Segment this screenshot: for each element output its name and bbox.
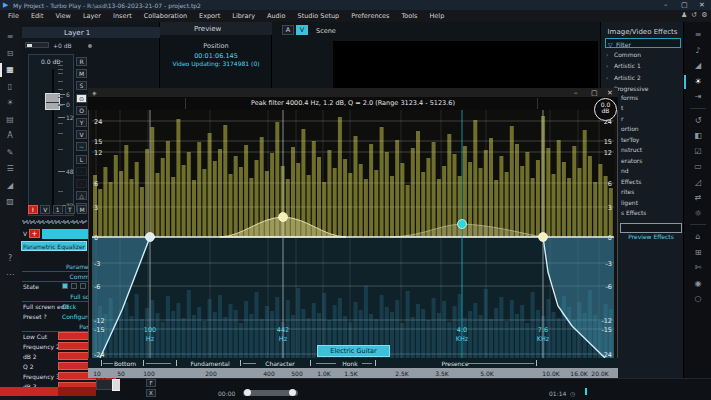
- menu-item-help[interactable]: Help: [429, 12, 444, 20]
- eq-dialog-minimize[interactable]: –: [574, 89, 578, 97]
- close-timeline-button[interactable]: X: [146, 389, 156, 397]
- arrow-icon[interactable]: ⇥: [688, 90, 708, 104]
- fader-handle[interactable]: [45, 93, 60, 110]
- more-icon[interactable]: ⋯: [0, 268, 20, 282]
- parametric-equalizer-chip[interactable]: Parametric Equalizer: [21, 241, 87, 251]
- fader-track[interactable]: [52, 69, 54, 211]
- effects-category-partial[interactable]: terToy: [621, 136, 639, 143]
- settings-icon[interactable]: ⚙: [701, 11, 707, 19]
- menu-item-studio-setup[interactable]: Studio Setup: [298, 12, 340, 20]
- contrast-icon[interactable]: ◧: [688, 129, 708, 143]
- sun-icon[interactable]: ☼: [688, 207, 708, 221]
- effects-category-common[interactable]: Common: [614, 51, 641, 58]
- pan-knob[interactable]: [88, 44, 92, 48]
- effects-category-progressive[interactable]: Progressive: [614, 85, 649, 92]
- eq-band-handle[interactable]: [539, 233, 548, 242]
- sync-icon[interactable]: ↺: [691, 11, 697, 19]
- menu-item-edit[interactable]: Edit: [31, 12, 44, 20]
- library-icon[interactable]: ▤: [0, 113, 20, 127]
- help-icon[interactable]: ?: [0, 252, 20, 266]
- pen-icon[interactable]: ✎: [0, 146, 20, 160]
- list-icon[interactable]: ☰: [0, 162, 20, 176]
- channel-button-y[interactable]: Y: [76, 118, 87, 127]
- music-icon[interactable]: ♪: [688, 44, 708, 58]
- checkbox-icon[interactable]: ☑: [688, 145, 708, 159]
- menu-item-tools[interactable]: Tools: [401, 12, 417, 20]
- eye-icon[interactable]: ⊙: [76, 94, 87, 103]
- eq-spectrum-plot[interactable]: 100Hz442Hz4.0KHz7.6KHz242415151212663300…: [92, 110, 614, 358]
- cut-icon[interactable]: ✄: [688, 261, 708, 275]
- prop-action-link[interactable]: Configure: [62, 313, 91, 320]
- layer-header[interactable]: Layer 1: [22, 27, 160, 38]
- channel-button-m[interactable]: M: [76, 69, 87, 78]
- channel-button-·[interactable]: ·: [76, 167, 87, 176]
- text-icon[interactable]: A: [0, 129, 20, 143]
- grid-icon[interactable]: ▦: [0, 63, 20, 77]
- comment-icon[interactable]: ▭: [688, 160, 708, 174]
- effects-category-partial[interactable]: nd: [621, 167, 629, 174]
- effects-category-artistic-1[interactable]: Artistic 1: [614, 62, 641, 69]
- trim-slider-handle[interactable]: [27, 44, 32, 47]
- timeline-scrollbar[interactable]: [243, 390, 298, 396]
- preview-effects-button[interactable]: Preview Effects: [620, 223, 682, 233]
- circle-icon[interactable]: ○: [688, 292, 708, 306]
- menu-item-preferences[interactable]: Preferences: [351, 12, 389, 20]
- brightness-icon[interactable]: ☀: [0, 96, 20, 110]
- home-icon[interactable]: ⌂: [688, 230, 708, 244]
- menu-item-export[interactable]: Export: [199, 12, 220, 20]
- scrollbar-left-handle[interactable]: [244, 389, 251, 396]
- window-minimize-button[interactable]: –: [664, 1, 668, 9]
- effects-category-partial[interactable]: ortion: [621, 125, 639, 132]
- channel-button-·[interactable]: ·: [76, 179, 87, 188]
- window-close-button[interactable]: ✕: [699, 1, 705, 9]
- levels-icon[interactable]: ◢: [0, 179, 20, 193]
- effect-mix-bar[interactable]: [0, 387, 96, 396]
- scene-tab[interactable]: Scene: [316, 27, 336, 35]
- channel-button-s[interactable]: S: [76, 81, 87, 90]
- menu-item-audio[interactable]: Audio: [267, 12, 285, 20]
- menu-icon[interactable]: ≡: [0, 30, 20, 44]
- track-button-i[interactable]: I: [28, 205, 38, 214]
- effects-category-artistic-2[interactable]: Artistic 2: [614, 74, 641, 81]
- effects-category-partial[interactable]: Effects: [621, 178, 641, 185]
- effects-category-partial[interactable]: rites: [621, 188, 634, 195]
- menu-item-library[interactable]: Library: [232, 12, 255, 20]
- effects-filter-input[interactable]: ▽ Filter: [605, 38, 681, 48]
- add-effect-button[interactable]: +: [29, 229, 40, 238]
- effects-category-partial[interactable]: t: [621, 104, 623, 111]
- eq-dialog-close[interactable]: ✕: [607, 89, 613, 97]
- instrument-preset-chip[interactable]: Electric Guitar: [317, 345, 390, 357]
- account-icon[interactable]: ♟: [681, 11, 687, 19]
- effects-category-partial[interactable]: erators: [621, 157, 642, 164]
- window-maximize-button[interactable]: ▢: [681, 1, 688, 9]
- corner-icon[interactable]: ◿: [688, 176, 708, 190]
- audio-tab-button[interactable]: A: [282, 25, 294, 35]
- scrollbar-right-handle[interactable]: [289, 389, 296, 396]
- track-button-1[interactable]: 1: [53, 205, 63, 214]
- channel-button-o[interactable]: O: [76, 106, 87, 115]
- prop-action-link[interactable]: Click: [62, 303, 76, 310]
- track-button-v[interactable]: V: [40, 205, 50, 214]
- state-checkbox-2[interactable]: [80, 283, 86, 289]
- media-icon[interactable]: ▨: [0, 195, 20, 209]
- fit-button[interactable]: F: [146, 379, 156, 387]
- channel-button-△[interactable]: △: [76, 191, 87, 200]
- channel-button-l[interactable]: L: [76, 155, 87, 164]
- levels-icon[interactable]: ◢: [688, 59, 708, 73]
- document-icon[interactable]: ▯: [0, 80, 20, 94]
- effects-icon[interactable]: ☀: [688, 75, 708, 89]
- record-icon[interactable]: ◉: [688, 277, 708, 291]
- swap-icon[interactable]: ⇄: [688, 191, 708, 205]
- menu-item-insert[interactable]: Insert: [113, 12, 132, 20]
- menu-item-layer[interactable]: Layer: [83, 12, 101, 20]
- eq-band-handle[interactable]: [458, 220, 467, 229]
- eq-band-handle[interactable]: [146, 233, 155, 242]
- eq-dialog-maximize[interactable]: ▢: [591, 89, 598, 97]
- effects-category-partial[interactable]: ligent: [621, 199, 638, 206]
- menu-item-view[interactable]: View: [55, 12, 70, 20]
- state-checkbox-1[interactable]: [71, 283, 77, 289]
- channel-button-r[interactable]: R: [76, 57, 87, 66]
- trim-slider[interactable]: [25, 42, 49, 48]
- menu-item-collaboration[interactable]: Collaboration: [144, 12, 187, 20]
- state-checkbox-0[interactable]: [62, 283, 68, 289]
